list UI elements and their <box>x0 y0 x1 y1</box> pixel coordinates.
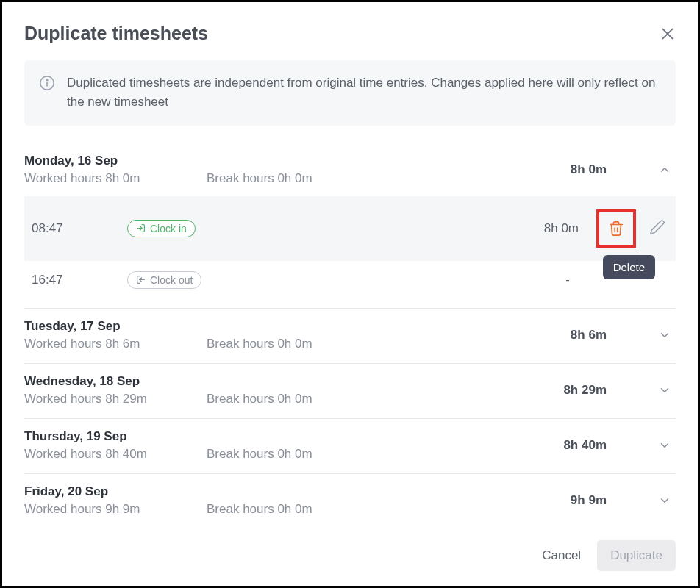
pencil-icon <box>649 219 665 235</box>
day-header[interactable]: Tuesday, 17 Sep Worked hours 8h 6m Break… <box>24 316 676 354</box>
time-entry-row: 16:47 Clock out - Delete <box>24 261 676 299</box>
duplicate-timesheets-modal: Duplicate timesheets Duplicated timeshee… <box>2 2 698 586</box>
entry-duration: - <box>536 273 570 287</box>
time-entry-row: 08:47 Clock in 8h 0m <box>24 196 676 261</box>
day-name: Tuesday, 17 Sep <box>24 319 571 334</box>
trash-icon <box>608 220 624 237</box>
day-total: 8h 0m <box>571 162 607 177</box>
day-total: 8h 40m <box>563 438 607 453</box>
worked-hours: Worked hours 9h 9m <box>24 502 207 517</box>
worked-hours: Worked hours 8h 6m <box>24 337 207 351</box>
delete-tooltip: Delete <box>603 255 655 279</box>
day-total: 9h 9m <box>571 493 607 508</box>
delete-entry-button[interactable] <box>596 209 636 248</box>
clock-in-badge: Clock in <box>127 220 196 237</box>
modal-title: Duplicate timesheets <box>24 23 208 44</box>
close-icon <box>660 26 676 42</box>
day-group: Wednesday, 18 Sep Worked hours 8h 29m Br… <box>24 364 676 419</box>
entry-time: 16:47 <box>32 273 127 287</box>
day-group: Thursday, 19 Sep Worked hours 8h 40m Bre… <box>24 419 676 474</box>
day-header[interactable]: Monday, 16 Sep Worked hours 8h 0m Break … <box>24 151 676 189</box>
day-name: Friday, 20 Sep <box>24 484 571 499</box>
clock-out-label: Clock out <box>150 274 193 286</box>
day-header[interactable]: Friday, 20 Sep Worked hours 9h 9m Break … <box>24 481 676 520</box>
modal-footer: Cancel Duplicate <box>24 526 676 571</box>
modal-header: Duplicate timesheets <box>24 23 676 44</box>
break-hours: Break hours 0h 0m <box>207 392 312 406</box>
close-button[interactable] <box>660 26 676 42</box>
day-group: Tuesday, 17 Sep Worked hours 8h 6m Break… <box>24 309 676 364</box>
day-name: Wednesday, 18 Sep <box>24 374 563 389</box>
day-total: 8h 29m <box>563 383 607 398</box>
day-group: Monday, 16 Sep Worked hours 8h 0m Break … <box>24 143 676 309</box>
day-header[interactable]: Thursday, 19 Sep Worked hours 8h 40m Bre… <box>24 426 676 465</box>
chevron-down-icon <box>658 439 671 452</box>
edit-entry-button[interactable] <box>649 219 668 238</box>
chevron-down-icon <box>658 329 671 342</box>
day-total: 8h 6m <box>571 328 607 343</box>
timesheet-list: Monday, 16 Sep Worked hours 8h 0m Break … <box>24 143 676 526</box>
entry-duration: 8h 0m <box>544 221 579 236</box>
worked-hours: Worked hours 8h 0m <box>24 171 207 186</box>
day-name: Monday, 16 Sep <box>24 154 571 168</box>
day-header[interactable]: Wednesday, 18 Sep Worked hours 8h 29m Br… <box>24 371 676 409</box>
chevron-up-icon <box>658 163 671 176</box>
worked-hours: Worked hours 8h 40m <box>24 447 207 462</box>
info-icon <box>39 75 55 94</box>
info-text: Duplicated timesheets are independent fr… <box>67 74 661 112</box>
svg-point-4 <box>46 79 47 80</box>
day-name: Thursday, 19 Sep <box>24 429 563 444</box>
break-hours: Break hours 0h 0m <box>207 502 312 517</box>
day-group: Friday, 20 Sep Worked hours 9h 9m Break … <box>24 474 676 526</box>
chevron-down-icon <box>658 384 671 397</box>
cancel-button[interactable]: Cancel <box>542 548 581 563</box>
worked-hours: Worked hours 8h 29m <box>24 392 207 406</box>
clock-out-badge: Clock out <box>127 271 201 289</box>
break-hours: Break hours 0h 0m <box>207 337 312 351</box>
arrow-in-icon <box>136 223 146 233</box>
info-banner: Duplicated timesheets are independent fr… <box>24 60 676 126</box>
entry-time: 08:47 <box>32 221 127 236</box>
chevron-down-icon <box>658 494 671 507</box>
arrow-out-icon <box>136 275 146 284</box>
duplicate-button[interactable]: Duplicate <box>597 540 676 571</box>
break-hours: Break hours 0h 0m <box>207 171 312 186</box>
clock-in-label: Clock in <box>150 223 187 234</box>
break-hours: Break hours 0h 0m <box>207 447 312 462</box>
